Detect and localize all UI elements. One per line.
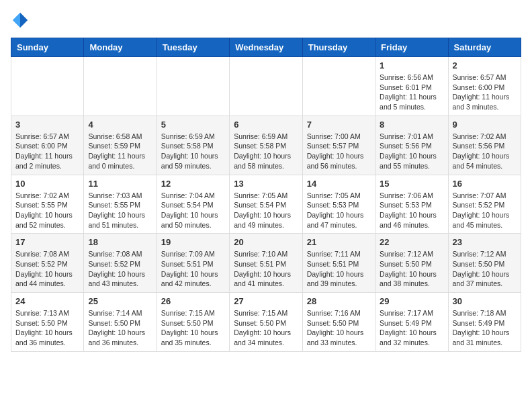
day-info: Sunrise: 7:06 AM Sunset: 5:53 PM Dayligh… [380,191,443,230]
calendar-cell: 14Sunrise: 7:05 AM Sunset: 5:53 PM Dayli… [302,175,375,234]
day-number: 24 [15,296,79,306]
calendar-cell: 23Sunrise: 7:12 AM Sunset: 5:50 PM Dayli… [448,234,521,293]
day-number: 20 [234,237,298,247]
day-info: Sunrise: 7:01 AM Sunset: 5:56 PM Dayligh… [380,132,443,171]
calendar-cell: 7Sunrise: 7:00 AM Sunset: 5:57 PM Daylig… [302,116,375,175]
day-number: 3 [15,120,79,130]
calendar-week-row: 24Sunrise: 7:13 AM Sunset: 5:50 PM Dayli… [11,293,521,352]
day-info: Sunrise: 7:10 AM Sunset: 5:51 PM Dayligh… [234,249,298,289]
calendar-cell: 15Sunrise: 7:06 AM Sunset: 5:53 PM Dayli… [375,175,448,234]
day-info: Sunrise: 7:05 AM Sunset: 5:54 PM Dayligh… [234,191,298,230]
day-number: 6 [234,120,298,130]
day-number: 23 [453,237,517,247]
day-number: 11 [88,179,152,189]
calendar-week-row: 1Sunrise: 6:56 AM Sunset: 6:01 PM Daylig… [11,57,521,116]
day-info: Sunrise: 6:57 AM Sunset: 6:00 PM Dayligh… [15,132,79,171]
day-info: Sunrise: 7:16 AM Sunset: 5:50 PM Dayligh… [307,308,371,348]
calendar-cell [11,57,84,116]
calendar-cell: 29Sunrise: 7:17 AM Sunset: 5:49 PM Dayli… [375,293,448,352]
calendar-cell: 21Sunrise: 7:11 AM Sunset: 5:51 PM Dayli… [302,234,375,293]
day-number: 26 [161,296,225,306]
calendar-cell: 25Sunrise: 7:14 AM Sunset: 5:50 PM Dayli… [84,293,157,352]
weekday-header: Tuesday [157,38,229,57]
day-info: Sunrise: 6:58 AM Sunset: 5:59 PM Dayligh… [88,132,152,171]
weekday-header: Friday [375,38,448,57]
calendar-cell [157,57,229,116]
calendar-cell: 4Sunrise: 6:58 AM Sunset: 5:59 PM Daylig… [84,116,157,175]
day-number: 13 [234,179,298,189]
day-number: 21 [307,237,371,247]
calendar-cell [84,57,157,116]
day-info: Sunrise: 7:05 AM Sunset: 5:53 PM Dayligh… [307,191,371,230]
calendar-cell: 9Sunrise: 7:02 AM Sunset: 5:56 PM Daylig… [448,116,521,175]
calendar-cell: 28Sunrise: 7:16 AM Sunset: 5:50 PM Dayli… [302,293,375,352]
svg-marker-1 [13,13,20,28]
weekday-header: Monday [84,38,157,57]
calendar-cell: 19Sunrise: 7:09 AM Sunset: 5:51 PM Dayli… [157,234,229,293]
day-number: 27 [234,296,298,306]
day-number: 25 [88,296,152,306]
weekday-header: Wednesday [230,38,302,57]
calendar-cell: 2Sunrise: 6:57 AM Sunset: 6:00 PM Daylig… [448,57,521,116]
calendar-week-row: 3Sunrise: 6:57 AM Sunset: 6:00 PM Daylig… [11,116,521,175]
calendar-cell: 17Sunrise: 7:08 AM Sunset: 5:52 PM Dayli… [11,234,84,293]
day-info: Sunrise: 7:00 AM Sunset: 5:57 PM Dayligh… [307,132,371,171]
svg-marker-0 [20,13,28,28]
day-info: Sunrise: 7:14 AM Sunset: 5:50 PM Dayligh… [88,308,152,348]
calendar-cell [230,57,302,116]
day-number: 19 [161,237,225,247]
day-info: Sunrise: 6:56 AM Sunset: 6:01 PM Dayligh… [380,73,443,112]
calendar-cell: 10Sunrise: 7:02 AM Sunset: 5:55 PM Dayli… [11,175,84,234]
day-number: 16 [453,179,517,189]
calendar-cell: 5Sunrise: 6:59 AM Sunset: 5:58 PM Daylig… [157,116,229,175]
calendar-cell: 18Sunrise: 7:08 AM Sunset: 5:52 PM Dayli… [84,234,157,293]
day-number: 7 [307,120,371,130]
calendar-cell [302,57,375,116]
day-number: 22 [380,237,443,247]
calendar-body: 1Sunrise: 6:56 AM Sunset: 6:01 PM Daylig… [11,57,521,352]
calendar-cell: 24Sunrise: 7:13 AM Sunset: 5:50 PM Dayli… [11,293,84,352]
calendar-cell: 27Sunrise: 7:15 AM Sunset: 5:50 PM Dayli… [230,293,302,352]
day-number: 4 [88,120,152,130]
calendar-cell: 3Sunrise: 6:57 AM Sunset: 6:00 PM Daylig… [11,116,84,175]
calendar-cell: 30Sunrise: 7:18 AM Sunset: 5:49 PM Dayli… [448,293,521,352]
day-info: Sunrise: 7:04 AM Sunset: 5:54 PM Dayligh… [161,191,225,230]
day-info: Sunrise: 7:12 AM Sunset: 5:50 PM Dayligh… [380,249,443,289]
day-number: 8 [380,120,443,130]
day-info: Sunrise: 7:13 AM Sunset: 5:50 PM Dayligh… [15,308,79,348]
weekday-header-row: SundayMondayTuesdayWednesdayThursdayFrid… [11,38,521,57]
day-number: 2 [453,60,517,71]
calendar-cell: 20Sunrise: 7:10 AM Sunset: 5:51 PM Dayli… [230,234,302,293]
day-number: 1 [380,60,443,71]
day-info: Sunrise: 7:02 AM Sunset: 5:55 PM Dayligh… [15,191,79,230]
day-info: Sunrise: 6:57 AM Sunset: 6:00 PM Dayligh… [453,73,517,112]
weekday-header: Saturday [448,38,521,57]
day-number: 18 [88,237,152,247]
calendar-week-row: 17Sunrise: 7:08 AM Sunset: 5:52 PM Dayli… [11,234,521,293]
day-info: Sunrise: 7:15 AM Sunset: 5:50 PM Dayligh… [234,308,298,348]
day-number: 14 [307,179,371,189]
day-number: 15 [380,179,443,189]
day-number: 28 [307,296,371,306]
calendar-cell: 12Sunrise: 7:04 AM Sunset: 5:54 PM Dayli… [157,175,229,234]
logo-icon [11,11,30,30]
day-number: 12 [161,179,225,189]
calendar-cell: 1Sunrise: 6:56 AM Sunset: 6:01 PM Daylig… [375,57,448,116]
calendar-cell: 11Sunrise: 7:03 AM Sunset: 5:55 PM Dayli… [84,175,157,234]
day-info: Sunrise: 6:59 AM Sunset: 5:58 PM Dayligh… [161,132,225,171]
day-info: Sunrise: 7:08 AM Sunset: 5:52 PM Dayligh… [88,249,152,289]
day-info: Sunrise: 7:07 AM Sunset: 5:52 PM Dayligh… [453,191,517,230]
calendar-cell: 8Sunrise: 7:01 AM Sunset: 5:56 PM Daylig… [375,116,448,175]
calendar-table: SundayMondayTuesdayWednesdayThursdayFrid… [11,38,521,352]
calendar-cell: 13Sunrise: 7:05 AM Sunset: 5:54 PM Dayli… [230,175,302,234]
day-info: Sunrise: 7:03 AM Sunset: 5:55 PM Dayligh… [88,191,152,230]
calendar-cell: 22Sunrise: 7:12 AM Sunset: 5:50 PM Dayli… [375,234,448,293]
day-number: 29 [380,296,443,306]
day-info: Sunrise: 7:15 AM Sunset: 5:50 PM Dayligh… [161,308,225,348]
day-number: 5 [161,120,225,130]
day-info: Sunrise: 7:12 AM Sunset: 5:50 PM Dayligh… [453,249,517,289]
calendar-week-row: 10Sunrise: 7:02 AM Sunset: 5:55 PM Dayli… [11,175,521,234]
logo [11,11,32,30]
day-number: 9 [453,120,517,130]
calendar-cell: 16Sunrise: 7:07 AM Sunset: 5:52 PM Dayli… [448,175,521,234]
